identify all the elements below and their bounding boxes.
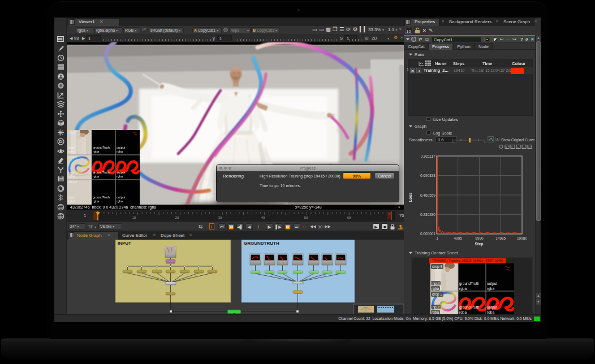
svg-text:input: input xyxy=(68,196,75,199)
svg-text:rgba: rgba xyxy=(68,150,75,153)
svg-text:input: input xyxy=(432,281,439,286)
svg-text:rgba: rgba xyxy=(459,287,467,291)
svg-text:rgba: rgba xyxy=(68,200,75,203)
svg-text:output: output xyxy=(487,305,497,310)
svg-text:0.690838: 0.690838 xyxy=(420,174,436,177)
svg-text:↻: ↻ xyxy=(528,145,531,149)
svg-text:70: 70 xyxy=(387,212,391,215)
svg-text:10: 10 xyxy=(132,216,136,219)
svg-text:50: 50 xyxy=(304,216,308,219)
svg-text:40: 40 xyxy=(261,216,265,219)
svg-text:9990: 9990 xyxy=(475,236,484,240)
svg-text:input: input xyxy=(68,171,75,174)
svg-text:GROUNDTRUTH: GROUNDTRUTH xyxy=(244,241,279,246)
svg-text:output: output xyxy=(117,171,126,174)
svg-text:rgba: rgba xyxy=(487,287,494,291)
svg-text:14985: 14985 xyxy=(495,236,506,240)
svg-text:output: output xyxy=(117,196,126,199)
svg-text:0.000001: 0.000001 xyxy=(420,232,436,236)
svg-text:Step: Step xyxy=(475,242,483,246)
svg-text:crop 3: crop 3 xyxy=(432,265,442,269)
svg-text:groundTruth: groundTruth xyxy=(93,146,110,149)
svg-text:4995: 4995 xyxy=(454,236,462,240)
svg-text:rgba: rgba xyxy=(68,175,75,178)
svg-text:input: input xyxy=(432,305,439,310)
svg-text:input: input xyxy=(68,146,75,149)
svg-text:1: 1 xyxy=(97,218,99,221)
svg-text:Loss: Loss xyxy=(408,193,412,202)
svg-text:30: 30 xyxy=(218,216,222,219)
svg-text:INPUT: INPUT xyxy=(118,241,131,246)
svg-text:0.230280: 0.230280 xyxy=(420,213,436,216)
svg-text:0.921117: 0.921117 xyxy=(421,154,436,158)
svg-text:groundTruth: groundTruth xyxy=(93,171,110,174)
svg-text:rgba: rgba xyxy=(117,175,123,178)
svg-text:D: D xyxy=(59,139,62,144)
svg-text:1: 1 xyxy=(436,236,438,240)
svg-text:+: + xyxy=(517,145,519,149)
svg-text:rgba: rgba xyxy=(432,287,439,291)
svg-text:crop 3: crop 3 xyxy=(68,180,77,184)
svg-text:20: 20 xyxy=(175,216,179,219)
svg-text:groundTruth: groundTruth xyxy=(93,196,110,199)
svg-text:60: 60 xyxy=(347,216,351,219)
svg-text:rgba: rgba xyxy=(93,175,100,178)
svg-text:groundTruth: groundTruth xyxy=(459,305,480,310)
svg-text:rgba: rgba xyxy=(117,200,123,203)
svg-text:output: output xyxy=(117,146,126,149)
svg-text:rgba: rgba xyxy=(117,150,123,153)
svg-text:0.460559: 0.460559 xyxy=(420,193,436,197)
svg-text:crop 2: crop 2 xyxy=(68,155,77,159)
svg-text:0: 0 xyxy=(452,141,454,143)
svg-text:crop 1: crop 1 xyxy=(68,131,77,134)
svg-text:19980: 19980 xyxy=(517,236,527,240)
svg-text:groundTruth: groundTruth xyxy=(459,281,480,286)
svg-text:rgba: rgba xyxy=(93,200,100,203)
svg-text:0.5: 0.5 xyxy=(484,141,485,143)
svg-text:rgba: rgba xyxy=(93,150,100,153)
svg-text:output: output xyxy=(487,281,497,286)
svg-text:crop 2: crop 2 xyxy=(432,292,442,297)
